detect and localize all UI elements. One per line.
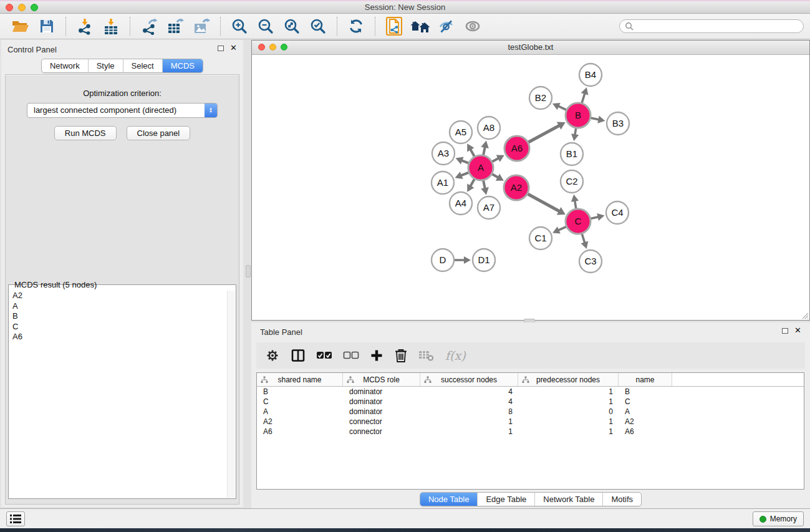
table-row[interactable]: Cdominator41C xyxy=(257,397,804,407)
refresh-view-button[interactable] xyxy=(344,16,369,37)
delete-table-button[interactable] xyxy=(418,346,435,365)
zoom-out-button[interactable] xyxy=(253,16,278,37)
table-cell[interactable]: dominator xyxy=(343,407,420,416)
column-header-predecessor-nodes[interactable]: predecessor nodes xyxy=(518,373,619,386)
deselect-all-button[interactable] xyxy=(343,346,359,365)
network-minimize-button[interactable] xyxy=(269,44,276,51)
table-cell[interactable]: B xyxy=(257,387,343,396)
table-cell[interactable]: A2 xyxy=(619,417,672,426)
node-B1[interactable]: B1 xyxy=(561,143,583,165)
run-mcds-button[interactable]: Run MCDS xyxy=(54,126,117,140)
show-graphics-details-button[interactable] xyxy=(460,16,485,37)
table-tab-node-table[interactable]: Node Table xyxy=(420,493,478,506)
table-tab-motifs[interactable]: Motifs xyxy=(603,493,641,506)
node-C4[interactable]: C4 xyxy=(606,201,629,224)
table-cell[interactable]: 1 xyxy=(518,397,619,406)
table-cell[interactable]: connector xyxy=(343,427,420,436)
node-B4[interactable]: B4 xyxy=(579,64,602,86)
delete-column-button[interactable] xyxy=(394,346,408,365)
export-table-button[interactable] xyxy=(163,16,188,37)
table-cell[interactable]: B xyxy=(619,387,672,396)
home-button[interactable] xyxy=(408,16,433,37)
node-D1[interactable]: D1 xyxy=(473,249,495,271)
table-tab-network-table[interactable]: Network Table xyxy=(535,493,603,506)
zoom-selected-button[interactable] xyxy=(306,16,330,37)
result-item[interactable]: A xyxy=(9,301,226,312)
export-image-button[interactable] xyxy=(189,16,214,37)
memory-button[interactable]: Memory xyxy=(753,511,804,526)
open-in-ndex-button[interactable] xyxy=(382,16,407,37)
minimize-window-button[interactable] xyxy=(18,4,26,11)
result-item[interactable]: B xyxy=(9,311,226,322)
close-panel-button[interactable]: Close panel xyxy=(127,126,191,140)
add-column-button[interactable] xyxy=(370,346,383,365)
node-A3[interactable]: A3 xyxy=(432,142,455,165)
import-table-button[interactable] xyxy=(99,16,123,37)
close-table-panel-icon[interactable]: ✕ xyxy=(794,327,801,334)
node-table[interactable]: shared nameMCDS rolesuccessor nodesprede… xyxy=(256,372,804,490)
table-cell[interactable]: 1 xyxy=(518,417,619,426)
zoom-window-button[interactable] xyxy=(31,4,38,11)
import-network-button[interactable] xyxy=(72,16,97,37)
node-B3[interactable]: B3 xyxy=(607,112,629,135)
column-header-name[interactable]: name xyxy=(619,373,672,386)
node-A8[interactable]: A8 xyxy=(478,117,500,139)
column-header-MCDS-role[interactable]: MCDS role xyxy=(343,373,420,386)
select-all-button[interactable] xyxy=(316,346,332,365)
node-B2[interactable]: B2 xyxy=(529,87,552,109)
table-cell[interactable]: 4 xyxy=(420,397,518,406)
tab-mcds[interactable]: MCDS xyxy=(163,59,203,72)
float-panel-icon[interactable] xyxy=(218,46,224,51)
node-A[interactable]: A xyxy=(468,155,493,180)
table-cell[interactable]: A xyxy=(257,407,343,416)
table-row[interactable]: A2connector11A2 xyxy=(257,417,804,427)
table-cell[interactable]: connector xyxy=(343,417,420,426)
result-item[interactable]: C xyxy=(9,322,226,332)
node-A1[interactable]: A1 xyxy=(432,172,454,194)
node-C3[interactable]: C3 xyxy=(579,250,602,273)
table-row[interactable]: Adominator80A xyxy=(257,407,804,417)
node-A5[interactable]: A5 xyxy=(450,121,472,143)
zoom-fit-button[interactable] xyxy=(279,16,304,37)
node-A4[interactable]: A4 xyxy=(450,192,472,215)
save-session-button[interactable] xyxy=(34,16,59,37)
table-row[interactable]: A6connector11A6 xyxy=(257,427,804,437)
table-cell[interactable]: A6 xyxy=(257,427,343,436)
vertical-splitter-handle[interactable] xyxy=(246,265,251,278)
node-A2[interactable]: A2 xyxy=(504,175,529,200)
open-session-button[interactable] xyxy=(8,16,33,37)
table-cell[interactable]: 1 xyxy=(518,387,619,396)
zoom-in-button[interactable] xyxy=(227,16,252,37)
node-A6[interactable]: A6 xyxy=(504,136,529,161)
node-C2[interactable]: C2 xyxy=(561,170,583,193)
table-tab-edge-table[interactable]: Edge Table xyxy=(478,493,535,506)
node-B[interactable]: B xyxy=(566,103,591,128)
table-cell[interactable]: dominator xyxy=(343,387,420,396)
node-C1[interactable]: C1 xyxy=(529,227,552,249)
table-cell[interactable]: dominator xyxy=(343,397,420,406)
network-close-button[interactable] xyxy=(258,44,265,51)
node-A7[interactable]: A7 xyxy=(478,196,500,219)
table-cell[interactable]: 1 xyxy=(420,417,518,426)
export-network-button[interactable] xyxy=(137,16,162,37)
task-history-button[interactable] xyxy=(6,511,25,526)
close-window-button[interactable] xyxy=(6,4,13,11)
table-cell[interactable]: 1 xyxy=(518,427,619,436)
function-builder-button[interactable]: f(x) xyxy=(445,346,466,365)
table-cell[interactable]: A6 xyxy=(619,427,672,436)
column-header-successor-nodes[interactable]: successor nodes xyxy=(420,373,518,386)
node-C[interactable]: C xyxy=(566,209,591,234)
result-scrollbar[interactable] xyxy=(227,291,235,498)
table-cell[interactable]: C xyxy=(619,397,672,406)
table-cell[interactable]: 0 xyxy=(518,407,619,416)
tab-style[interactable]: Style xyxy=(89,59,123,72)
table-row[interactable]: Bdominator41B xyxy=(257,387,804,397)
close-panel-icon[interactable]: ✕ xyxy=(230,45,237,51)
table-cell[interactable]: A2 xyxy=(257,417,343,426)
network-canvas[interactable]: B4B2BB3A5A8A6B1A3AC2A1A2A4A7C4CC1C3DD1 xyxy=(252,55,809,320)
hide-graphics-details-button[interactable] xyxy=(434,16,459,37)
table-cell[interactable]: 4 xyxy=(420,387,518,396)
table-cell[interactable]: C xyxy=(257,397,343,406)
tab-select[interactable]: Select xyxy=(123,59,163,72)
criterion-dropdown[interactable]: largest connected component (directed) ▲… xyxy=(27,103,218,118)
